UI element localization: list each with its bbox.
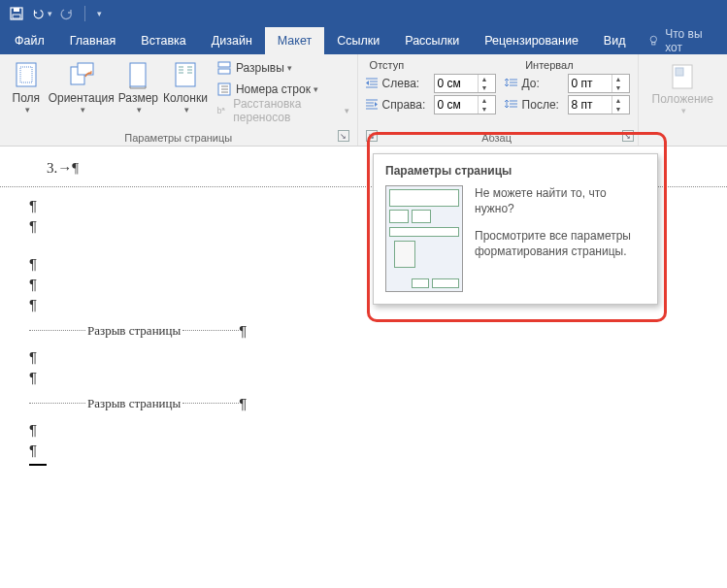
margins-icon (11, 59, 42, 90)
text-cursor (29, 464, 47, 466)
size-icon (122, 59, 153, 90)
spacing-after-value[interactable] (569, 98, 611, 112)
svg-text:bª: bª (217, 106, 226, 115)
doc-pilcrow: ¶ (29, 421, 698, 438)
orientation-button[interactable]: Ориентация ▾ (47, 57, 116, 116)
undo-button[interactable]: ▾ (31, 3, 52, 24)
line-numbers-label: Номера строк (236, 82, 311, 96)
hyphenation-icon: bª (216, 103, 229, 118)
position-icon (667, 61, 698, 92)
doc-pilcrow: ¶ (29, 348, 698, 365)
spin-up[interactable]: ▲ (612, 96, 625, 105)
tab-view[interactable]: Вид (591, 27, 639, 54)
tab-mailings[interactable]: Рассылки (392, 27, 472, 54)
tab-insert[interactable]: Вставка (128, 27, 198, 54)
save-button[interactable] (6, 3, 27, 24)
spin-up[interactable]: ▲ (479, 96, 491, 105)
redo-icon (59, 6, 75, 21)
svg-point-3 (651, 36, 657, 42)
margins-button[interactable]: Поля ▾ (6, 57, 47, 116)
spin-down[interactable]: ▼ (479, 105, 491, 114)
group-label-paragraph: Абзац ↘ ↘ (364, 130, 630, 144)
columns-label: Колонки (163, 92, 208, 105)
group-paragraph: Отступ Интервал Слева: ▲▼ (358, 54, 639, 146)
spin-down[interactable]: ▼ (612, 105, 625, 114)
hyphenation-button[interactable]: bª Расстановка переносов▾ (215, 100, 351, 121)
svg-rect-1 (14, 8, 19, 12)
screentip-page-setup: Параметры страницы Не можете найти то, ч… (373, 153, 658, 305)
redo-button[interactable] (56, 3, 78, 24)
tooltip-text: Не можете найти то, что нужно? Просмотри… (475, 185, 645, 292)
position-button[interactable]: Положение ▾ (644, 57, 721, 119)
position-label: Положение (652, 92, 713, 106)
group-page-setup: Поля ▾ Ориентация ▾ Размер ▾ Колонки ▾ (0, 54, 358, 146)
indent-right-value[interactable] (435, 98, 478, 112)
group-label-page-setup: Параметры страницы ↘ (6, 130, 351, 144)
indent-right-icon (364, 97, 380, 113)
spacing-before-value[interactable] (569, 77, 611, 90)
breaks-button[interactable]: Разрывы▾ (215, 57, 351, 79)
indent-heading: Отступ (370, 59, 405, 71)
tell-me-search[interactable]: Что вы хот (638, 27, 727, 54)
svg-rect-2 (13, 15, 20, 18)
indent-right-label: Справа: (364, 97, 434, 113)
tab-layout[interactable]: Макет (265, 27, 324, 54)
orientation-icon (66, 59, 97, 90)
spacing-after-label: После: (504, 97, 568, 113)
page-break-marker: Разрыв страницы¶ (29, 395, 698, 411)
undo-icon (31, 6, 45, 21)
ribbon: Поля ▾ Ориентация ▾ Размер ▾ Колонки ▾ (0, 54, 727, 147)
tab-home[interactable]: Главная (57, 27, 129, 54)
tooltip-title: Параметры страницы (385, 164, 645, 178)
line-numbers-icon (216, 82, 232, 97)
tab-references[interactable]: Ссылки (324, 27, 392, 54)
hyphenation-label: Расстановка переносов (233, 97, 341, 124)
group-arrange: Положение ▾ (639, 54, 727, 146)
columns-icon (170, 59, 201, 90)
svg-rect-4 (652, 43, 655, 45)
tab-file[interactable]: Файл (2, 27, 57, 54)
tab-design[interactable]: Дизайн (199, 27, 265, 54)
spin-up[interactable]: ▲ (479, 75, 491, 83)
tooltip-thumbnail (385, 185, 463, 292)
page-break-marker: Разрыв страницы¶ (29, 322, 698, 339)
breaks-icon (216, 60, 232, 76)
indent-left-icon (364, 76, 380, 91)
spacing-before-input[interactable]: ▲▼ (568, 74, 630, 93)
doc-pilcrow: ¶ (29, 441, 698, 458)
indent-left-value[interactable] (435, 77, 478, 90)
orientation-label: Ориентация (49, 92, 115, 105)
spacing-after-icon (504, 97, 519, 113)
breaks-label: Разрывы (236, 61, 284, 75)
spacing-before-label: До: (504, 76, 568, 91)
paragraph-dialog-launcher-left[interactable]: ↘ (366, 130, 378, 142)
save-icon (9, 6, 24, 21)
spin-down[interactable]: ▼ (479, 83, 491, 92)
indent-left-label: Слева: (364, 76, 434, 91)
size-button[interactable]: Размер ▾ (116, 57, 160, 116)
ribbon-tabs: Файл Главная Вставка Дизайн Макет Ссылки… (0, 27, 727, 54)
tab-review[interactable]: Рецензирование (472, 27, 591, 54)
quick-access-toolbar: ▾ ▾ (0, 0, 727, 27)
spacing-after-input[interactable]: ▲▼ (568, 95, 630, 114)
svg-rect-9 (130, 63, 146, 86)
spacing-before-icon (504, 76, 519, 91)
lightbulb-icon (647, 34, 660, 48)
customize-qat-button[interactable]: ▾ (88, 3, 110, 24)
doc-pilcrow: ¶ (29, 369, 698, 385)
columns-button[interactable]: Колонки ▾ (160, 57, 211, 116)
spin-up[interactable]: ▲ (612, 75, 625, 83)
indent-right-input[interactable]: ▲▼ (434, 95, 496, 114)
svg-rect-21 (218, 69, 230, 74)
spin-down[interactable]: ▼ (612, 83, 625, 92)
paragraph-dialog-launcher[interactable]: ↘ (622, 130, 634, 142)
spacing-heading: Интервал (525, 59, 573, 71)
tell-me-placeholder: Что вы хот (665, 27, 717, 54)
page-setup-dialog-launcher[interactable]: ↘ (338, 130, 349, 142)
size-label: Размер (118, 92, 158, 105)
indent-left-input[interactable]: ▲▼ (434, 74, 496, 93)
svg-rect-20 (218, 62, 230, 67)
svg-rect-42 (676, 68, 683, 76)
margins-label: Поля (13, 92, 41, 105)
